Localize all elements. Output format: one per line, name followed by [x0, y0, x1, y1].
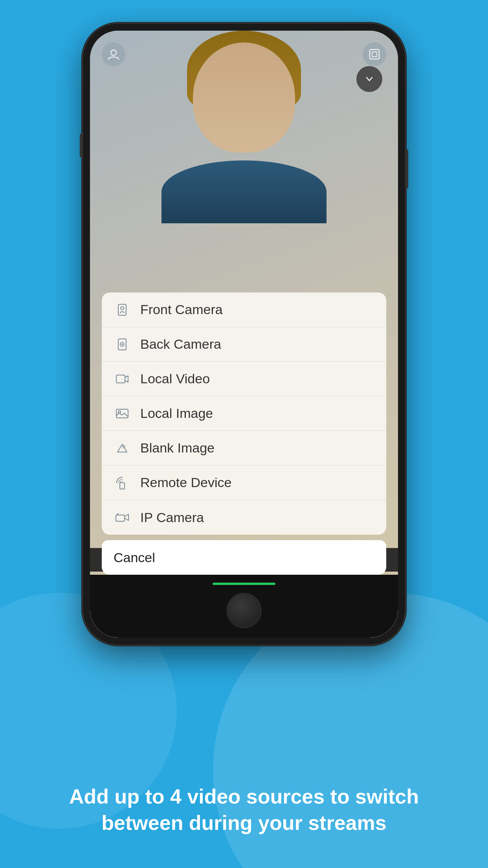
local-image-label: Local Image	[140, 406, 213, 421]
remote-device-label: Remote Device	[140, 475, 231, 490]
svg-point-15	[121, 344, 123, 345]
blank-image-icon	[114, 440, 131, 457]
caption-text: Add up to 4 video sources to switch betw…	[47, 783, 441, 837]
green-indicator-bar	[213, 583, 275, 585]
action-item-remote-device[interactable]: Remote Device	[102, 465, 386, 500]
cancel-label: Cancel	[114, 550, 155, 565]
action-item-front-camera[interactable]: Front Camera	[102, 292, 386, 327]
phone-frame: Front Camera Back Camera	[83, 24, 405, 645]
remote-device-icon	[114, 474, 131, 491]
blank-image-label: Blank Image	[140, 440, 215, 456]
phone-screen: Front Camera Back Camera	[90, 31, 398, 638]
svg-rect-22	[116, 515, 125, 521]
back-camera-icon	[114, 336, 131, 353]
fullscreen-icon[interactable]	[363, 42, 386, 66]
phone-mockup: Front Camera Back Camera	[83, 24, 405, 645]
front-camera-icon	[114, 301, 131, 318]
svg-rect-1	[370, 50, 379, 59]
svg-rect-16	[116, 375, 125, 383]
action-item-blank-image[interactable]: Blank Image	[102, 431, 386, 465]
svg-rect-2	[372, 52, 377, 57]
action-item-local-image[interactable]: Local Image	[102, 396, 386, 431]
svg-point-19	[122, 445, 125, 448]
camera-preview: Front Camera Back Camera	[90, 31, 398, 638]
home-button[interactable]	[226, 593, 262, 628]
dropdown-button[interactable]	[356, 66, 382, 92]
action-item-local-video[interactable]: Local Video	[102, 362, 386, 396]
svg-point-12	[121, 307, 124, 310]
action-sheet-main: Front Camera Back Camera	[102, 292, 386, 535]
cancel-button[interactable]: Cancel	[102, 540, 386, 575]
action-item-back-camera[interactable]: Back Camera	[102, 327, 386, 362]
home-bar-area	[90, 575, 398, 638]
back-camera-label: Back Camera	[140, 337, 221, 352]
profile-icon	[102, 42, 125, 66]
local-image-icon	[114, 405, 131, 422]
ip-camera-label: IP Camera	[140, 510, 204, 525]
local-video-icon	[114, 370, 131, 388]
local-video-label: Local Video	[140, 371, 210, 386]
action-sheet: Front Camera Back Camera	[102, 292, 386, 575]
svg-point-0	[111, 50, 116, 55]
action-item-ip-camera[interactable]: IP Camera	[102, 500, 386, 535]
caption-area: Add up to 4 video sources to switch betw…	[0, 783, 488, 837]
ip-camera-icon	[114, 509, 131, 526]
camera-top-bar	[102, 42, 386, 66]
front-camera-label: Front Camera	[140, 302, 223, 317]
